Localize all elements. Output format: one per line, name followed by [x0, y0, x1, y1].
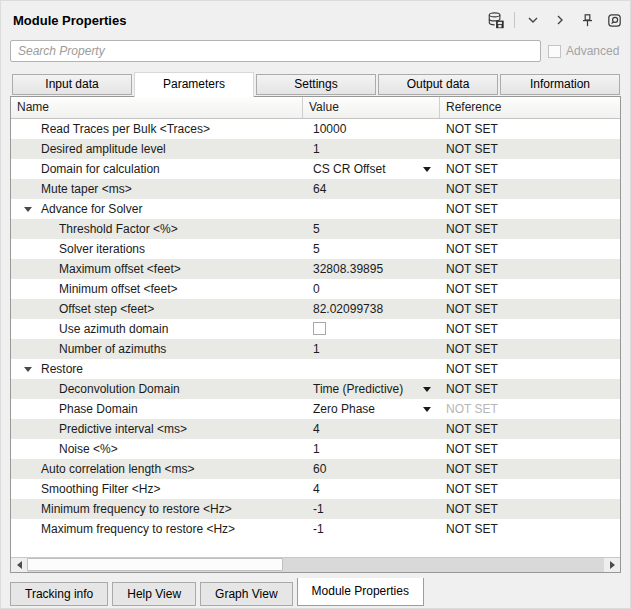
search-input[interactable]: [10, 40, 541, 62]
tab-output-data[interactable]: Output data: [378, 74, 498, 95]
row-value-cell[interactable]: 64: [303, 179, 440, 199]
row-value-cell[interactable]: CS CR Offset: [303, 159, 440, 179]
view-tab-tracking-info[interactable]: Tracking info: [10, 582, 108, 606]
table-row[interactable]: Predictive interval <ms>4NOT SET: [11, 419, 620, 439]
table-row[interactable]: Maximum offset <feet>32808.39895NOT SET: [11, 259, 620, 279]
reference-cell[interactable]: NOT SET: [440, 319, 620, 339]
row-value-cell[interactable]: 1: [303, 139, 440, 159]
chevron-right-icon[interactable]: [551, 11, 569, 29]
reference-cell[interactable]: NOT SET: [440, 259, 620, 279]
dropdown-arrow-icon[interactable]: [423, 167, 431, 172]
advanced-option: Advanced: [548, 44, 619, 58]
dropdown-arrow-icon[interactable]: [423, 387, 431, 392]
horizontal-scrollbar[interactable]: [11, 557, 620, 572]
table-row[interactable]: Deconvolution DomainTime (Predictive)NOT…: [11, 379, 620, 399]
table-row[interactable]: Desired amplitude level1NOT SET: [11, 139, 620, 159]
reference-cell[interactable]: NOT SET: [440, 439, 620, 459]
table-row[interactable]: Mute taper <ms>64NOT SET: [11, 179, 620, 199]
row-value-cell[interactable]: 32808.39895: [303, 259, 440, 279]
reference-cell[interactable]: NOT SET: [440, 119, 620, 139]
row-value-cell[interactable]: 5: [303, 219, 440, 239]
row-value: 60: [313, 462, 326, 476]
view-tab-module-properties[interactable]: Module Properties: [297, 578, 424, 606]
reference-cell[interactable]: NOT SET: [440, 279, 620, 299]
table-row[interactable]: Phase DomainZero PhaseNOT SET: [11, 399, 620, 419]
reference-cell[interactable]: NOT SET: [440, 459, 620, 479]
row-name: Smoothing Filter <Hz>: [41, 482, 160, 496]
column-header-name[interactable]: Name: [11, 97, 303, 118]
scrollbar-thumb[interactable]: [27, 558, 283, 571]
row-value-cell[interactable]: 10000: [303, 119, 440, 139]
reference-cell[interactable]: NOT SET: [440, 179, 620, 199]
pin-icon[interactable]: [578, 11, 596, 29]
table-row[interactable]: Read Traces per Bulk <Traces>10000NOT SE…: [11, 119, 620, 139]
row-name-cell: Threshold Factor <%>: [11, 219, 303, 239]
view-tab-graph-view[interactable]: Graph View: [200, 582, 292, 606]
scroll-right-button[interactable]: [604, 558, 620, 572]
row-value-cell[interactable]: 60: [303, 459, 440, 479]
table-row[interactable]: Domain for calculationCS CR OffsetNOT SE…: [11, 159, 620, 179]
tab-parameters[interactable]: Parameters: [134, 72, 254, 97]
row-name-cell: Phase Domain: [11, 399, 303, 419]
chevron-down-icon[interactable]: [524, 11, 542, 29]
reference-cell[interactable]: NOT SET: [440, 139, 620, 159]
reference-cell[interactable]: NOT SET: [440, 339, 620, 359]
table-row[interactable]: Minimum frequency to restore <Hz>-1NOT S…: [11, 499, 620, 519]
reference-cell[interactable]: NOT SET: [440, 199, 620, 219]
table-row[interactable]: RestoreNOT SET: [11, 359, 620, 379]
table-row[interactable]: Noise <%>1NOT SET: [11, 439, 620, 459]
view-tab-help-view[interactable]: Help View: [112, 582, 196, 606]
float-window-icon[interactable]: [605, 11, 623, 29]
tab-input-data[interactable]: Input data: [12, 74, 132, 95]
column-header-value[interactable]: Value: [303, 97, 440, 118]
row-value-cell[interactable]: 5: [303, 239, 440, 259]
row-name: Offset step <feet>: [59, 302, 154, 316]
reference-cell[interactable]: NOT SET: [440, 479, 620, 499]
row-value-cell[interactable]: 0: [303, 279, 440, 299]
row-value-cell[interactable]: 4: [303, 479, 440, 499]
expand-arrow-icon[interactable]: [24, 367, 32, 372]
reference-cell[interactable]: NOT SET: [440, 419, 620, 439]
table-row[interactable]: Threshold Factor <%>5NOT SET: [11, 219, 620, 239]
reference-cell[interactable]: NOT SET: [440, 299, 620, 319]
reference-cell[interactable]: NOT SET: [440, 239, 620, 259]
table-row[interactable]: Solver iterations5NOT SET: [11, 239, 620, 259]
row-name-cell: Read Traces per Bulk <Traces>: [11, 119, 303, 139]
row-value-cell[interactable]: 4: [303, 419, 440, 439]
row-value-cell[interactable]: 82.02099738: [303, 299, 440, 319]
table-row[interactable]: Offset step <feet>82.02099738NOT SET: [11, 299, 620, 319]
expand-arrow-icon[interactable]: [24, 207, 32, 212]
tab-information[interactable]: Information: [500, 74, 620, 95]
advanced-checkbox[interactable]: [548, 45, 561, 58]
row-name-cell: Auto correlation length <ms>: [11, 459, 303, 479]
reference-cell[interactable]: NOT SET: [440, 519, 620, 539]
row-checkbox[interactable]: [313, 322, 326, 335]
row-value-cell[interactable]: Zero Phase: [303, 399, 440, 419]
table-row[interactable]: Auto correlation length <ms>60NOT SET: [11, 459, 620, 479]
row-value-cell[interactable]: 1: [303, 339, 440, 359]
reference-cell[interactable]: NOT SET: [440, 379, 620, 399]
column-header-reference[interactable]: Reference: [440, 97, 620, 118]
row-value-cell[interactable]: -1: [303, 519, 440, 539]
tab-settings[interactable]: Settings: [256, 74, 376, 95]
reference-cell[interactable]: NOT SET: [440, 359, 620, 379]
reference-cell[interactable]: NOT SET: [440, 219, 620, 239]
row-value-cell[interactable]: 1: [303, 439, 440, 459]
reference-cell[interactable]: NOT SET: [440, 499, 620, 519]
database-lock-icon[interactable]: [487, 11, 505, 29]
table-row[interactable]: Number of azimuths1NOT SET: [11, 339, 620, 359]
row-value-cell[interactable]: Time (Predictive): [303, 379, 440, 399]
dropdown-arrow-icon[interactable]: [423, 407, 431, 412]
table-row[interactable]: Advance for SolverNOT SET: [11, 199, 620, 219]
table-row[interactable]: Minimum offset <feet>0NOT SET: [11, 279, 620, 299]
reference-cell[interactable]: NOT SET: [440, 399, 620, 419]
row-name-cell: Use azimuth domain: [11, 319, 303, 339]
scroll-left-button[interactable]: [11, 558, 27, 572]
row-value-cell[interactable]: [303, 319, 440, 339]
row-value: 1: [313, 442, 320, 456]
table-row[interactable]: Maximum frequency to restore <Hz>-1NOT S…: [11, 519, 620, 539]
table-row[interactable]: Smoothing Filter <Hz>4NOT SET: [11, 479, 620, 499]
reference-cell[interactable]: NOT SET: [440, 159, 620, 179]
table-row[interactable]: Use azimuth domainNOT SET: [11, 319, 620, 339]
row-value-cell[interactable]: -1: [303, 499, 440, 519]
